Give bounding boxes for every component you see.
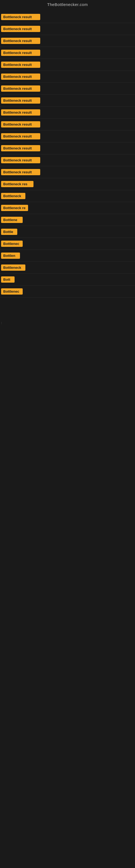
bottleneck-row-18: Bottlene — [0, 214, 135, 226]
bottleneck-row-9: Bottleneck result — [0, 106, 135, 119]
bottleneck-badge-20[interactable]: Bottlenec — [1, 241, 23, 247]
bottleneck-row-12: Bottleneck result — [0, 143, 135, 154]
bottleneck-row-20: Bottlenec — [0, 238, 135, 250]
bottleneck-row-15: Bottleneck res — [0, 178, 135, 190]
bottleneck-badge-6[interactable]: Bottleneck result — [1, 73, 40, 80]
bottleneck-row-10: Bottleneck result — [0, 119, 135, 130]
small-indicator: : — [0, 320, 135, 326]
bottleneck-badge-24[interactable]: Bottlenec — [1, 288, 23, 294]
bottleneck-badge-9[interactable]: Bottleneck result — [1, 109, 40, 116]
bottleneck-row-1: Bottleneck result — [0, 11, 135, 23]
indicator-text: : — [1, 321, 2, 324]
bottleneck-badge-3[interactable]: Bottleneck result — [1, 38, 40, 44]
bottleneck-row-11: Bottleneck result — [0, 130, 135, 143]
bottleneck-badge-21[interactable]: Bottlen — [1, 252, 20, 259]
bottleneck-row-13: Bottleneck result — [0, 154, 135, 166]
bottleneck-row-22: Bottleneck — [0, 262, 135, 274]
bottleneck-badge-23[interactable]: Bott — [1, 276, 14, 283]
bottleneck-badge-18[interactable]: Bottlene — [1, 217, 23, 223]
bottleneck-badge-10[interactable]: Bottleneck result — [1, 121, 40, 127]
empty-section-4 — [0, 488, 135, 542]
empty-section-5 — [0, 542, 135, 597]
bottleneck-row-24: Bottlenec — [0, 286, 135, 298]
items-container: Bottleneck resultBottleneck resultBottle… — [0, 10, 135, 299]
empty-section-2 — [0, 380, 135, 434]
bottleneck-badge-4[interactable]: Bottleneck result — [1, 50, 40, 56]
bottleneck-badge-14[interactable]: Bottleneck result — [1, 169, 40, 175]
bottleneck-badge-15[interactable]: Bottleneck res — [1, 181, 34, 187]
site-header: TheBottlenecker.com — [0, 0, 135, 10]
empty-section-3 — [0, 434, 135, 488]
bottleneck-row-5: Bottleneck result — [0, 59, 135, 71]
empty-section-1 — [0, 326, 135, 380]
bottleneck-row-16: Bottleneck — [0, 190, 135, 202]
bottleneck-row-2: Bottleneck result — [0, 23, 135, 35]
bottleneck-badge-1[interactable]: Bottleneck result — [1, 14, 40, 20]
bottleneck-badge-17[interactable]: Bottleneck re — [1, 205, 28, 211]
bottleneck-row-17: Bottleneck re — [0, 202, 135, 214]
bottleneck-row-3: Bottleneck result — [0, 35, 135, 47]
bottleneck-badge-5[interactable]: Bottleneck result — [1, 62, 40, 68]
bottleneck-row-21: Bottlen — [0, 250, 135, 262]
bottleneck-badge-22[interactable]: Bottleneck — [1, 265, 26, 271]
bottleneck-badge-16[interactable]: Bottleneck — [1, 193, 26, 199]
bottleneck-badge-13[interactable]: Bottleneck result — [1, 157, 40, 163]
bottleneck-badge-8[interactable]: Bottleneck result — [1, 97, 40, 104]
bottleneck-row-7: Bottleneck result — [0, 83, 135, 95]
bottleneck-row-4: Bottleneck result — [0, 47, 135, 59]
site-title: TheBottlenecker.com — [47, 2, 88, 7]
bottleneck-badge-7[interactable]: Bottleneck result — [1, 86, 40, 92]
bottleneck-badge-2[interactable]: Bottleneck result — [1, 26, 40, 32]
bottleneck-row-19: Bottle — [0, 226, 135, 238]
bottleneck-row-6: Bottleneck result — [0, 71, 135, 83]
bottleneck-badge-19[interactable]: Bottle — [1, 229, 17, 235]
spacer-1 — [0, 299, 135, 320]
bottleneck-row-23: Bott — [0, 274, 135, 286]
bottleneck-row-14: Bottleneck result — [0, 166, 135, 178]
bottleneck-badge-12[interactable]: Bottleneck result — [1, 145, 40, 151]
bottleneck-badge-11[interactable]: Bottleneck result — [1, 133, 40, 140]
bottleneck-row-8: Bottleneck result — [0, 95, 135, 106]
